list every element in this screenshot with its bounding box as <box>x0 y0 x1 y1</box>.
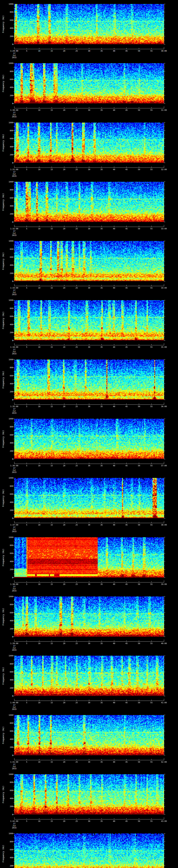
y-axis-tick <box>164 103 165 104</box>
y-axis-tick-label: 1000 <box>0 714 13 716</box>
y-axis-tick-label: 0 <box>0 221 13 223</box>
x-axis-tick <box>64 641 64 642</box>
date-line: 2015 <box>7 530 21 532</box>
x-axis-tick-label: 45 <box>123 109 130 111</box>
y-axis-title: Frequency (Hz) <box>2 419 4 459</box>
y-axis-tick <box>164 36 165 36</box>
x-axis-tick-label: 35 <box>98 761 105 763</box>
x-axis-tick <box>101 581 102 582</box>
y-axis-tick-label: 400 <box>0 323 13 326</box>
y-axis-tick <box>164 308 165 308</box>
start-time-label: 1:35:00 <box>5 405 23 407</box>
x-axis-tick <box>101 818 102 819</box>
x-axis-tick <box>89 226 89 227</box>
x-axis-tick <box>114 48 114 49</box>
x-axis-tick <box>101 226 102 227</box>
x-axis-tick-label: 25 <box>73 109 80 111</box>
y-axis-tick <box>164 222 165 222</box>
x-axis-tick <box>151 48 152 49</box>
x-axis-end-tick <box>164 817 164 819</box>
x-axis-tick <box>151 759 152 760</box>
y-axis-title: Frequency (Hz) <box>2 656 4 696</box>
end-time-label: 40:00 <box>159 642 169 644</box>
x-axis-end-tick <box>164 106 164 108</box>
x-axis-line <box>14 819 164 819</box>
y-axis-title: Frequency (Hz) <box>2 596 4 637</box>
start-time-label: 1:40:00 <box>5 702 23 704</box>
x-axis-tick <box>101 522 102 523</box>
spectrogram-image <box>14 656 164 696</box>
y-axis-tick <box>164 755 165 755</box>
x-axis-tick-label: 5 <box>23 465 30 467</box>
y-axis-tick-label: 1000 <box>0 62 13 64</box>
x-axis-tick-label: 20 <box>61 524 68 526</box>
x-axis-tick-label: 10 <box>36 405 43 407</box>
spectrogram-panel: Frequency (Hz)02004006008001000510152025… <box>0 178 178 237</box>
y-axis-tick-label: 200 <box>0 391 13 393</box>
date-line: 2015 <box>7 352 21 355</box>
spectrogram-panel: Frequency (Hz)02004006008001000510152025… <box>0 59 178 118</box>
x-axis-tick <box>52 759 52 760</box>
spectrogram-panel: Frequency (Hz)02004006008001000510152025… <box>0 770 178 830</box>
x-axis-tick-label: 30 <box>86 50 93 52</box>
x-axis-tick-label: 45 <box>123 820 130 822</box>
y-axis-tick-label: 0 <box>0 813 13 815</box>
y-axis-minor-tick <box>13 186 14 186</box>
x-axis-tick-label: 50 <box>136 50 143 52</box>
x-axis-tick <box>39 700 39 701</box>
y-axis-tick-label: 400 <box>0 857 13 859</box>
y-axis-tick <box>164 20 165 20</box>
y-axis-tick-label: 800 <box>0 70 13 72</box>
x-axis-tick <box>64 818 64 819</box>
x-axis-tick-label: 20 <box>61 405 68 407</box>
x-axis-tick-label: 10 <box>36 524 43 526</box>
x-axis-tick-label: 25 <box>73 50 80 52</box>
x-axis-tick <box>52 641 52 642</box>
spectrogram-image <box>14 419 164 459</box>
date-line: 17 <box>7 348 21 350</box>
y-axis-tick-label: 0 <box>0 695 13 697</box>
x-axis-end-tick <box>164 580 164 582</box>
y-axis-tick-label: 1000 <box>0 3 13 5</box>
date-line: 17 <box>7 408 21 410</box>
x-axis-tick <box>89 522 89 523</box>
right-axis-line <box>164 596 164 637</box>
date-line: 2015 <box>7 590 21 592</box>
x-axis-tick-label: 5 <box>23 50 30 52</box>
x-axis-tick-label: 40 <box>111 583 118 585</box>
x-axis-tick-label: 35 <box>98 583 105 585</box>
y-axis-tick-label: 400 <box>0 738 13 740</box>
y-axis-tick <box>164 324 165 324</box>
start-time-label: 1:30:00 <box>5 109 23 111</box>
x-axis-tick <box>52 581 52 582</box>
right-axis-line <box>164 774 164 814</box>
y-axis-tick <box>164 435 165 435</box>
y-axis-minor-tick <box>13 388 14 388</box>
y-axis-tick <box>164 545 165 546</box>
x-axis-tick-label: 30 <box>86 820 93 822</box>
x-axis-tick-label: 30 <box>86 346 93 348</box>
x-axis-tick <box>89 463 89 464</box>
x-axis-tick <box>101 700 102 701</box>
y-axis-tick <box>164 340 165 341</box>
y-axis-tick-label: 600 <box>0 671 13 673</box>
y-axis-title: Frequency (Hz) <box>2 715 4 755</box>
date-line: Jul <box>7 825 21 827</box>
x-axis-tick-label: 25 <box>73 287 80 289</box>
y-axis-tick-label: 800 <box>0 426 13 428</box>
x-axis-end-tick <box>164 166 164 167</box>
x-axis-tick-label: 15 <box>48 583 55 585</box>
x-axis-tick-label: 35 <box>98 405 105 407</box>
y-axis-tick-label: 1000 <box>0 299 13 301</box>
y-axis-minor-tick <box>13 565 14 566</box>
x-axis-tick-label: 10 <box>36 227 43 230</box>
y-axis-minor-tick <box>13 16 14 16</box>
x-axis-tick-label: 15 <box>48 109 55 111</box>
x-axis-tick-label: 40 <box>111 109 118 111</box>
y-axis-tick-label: 200 <box>0 628 13 630</box>
y-axis-tick <box>164 782 165 782</box>
x-axis-tick-label: 20 <box>61 109 68 111</box>
x-axis-tick-label: 40 <box>111 761 118 763</box>
date-line: 17 <box>7 645 21 647</box>
x-axis-tick-label: 45 <box>123 524 130 526</box>
